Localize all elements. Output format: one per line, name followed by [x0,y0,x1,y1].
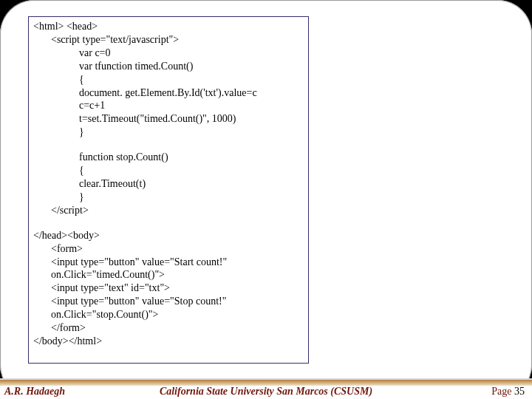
page-number: 35 [514,386,525,397]
code-line: on.Click="timed.Count()"> [33,268,304,282]
code-line: } [33,126,304,139]
code-box: <html> <head> <script type="text/javascr… [28,16,309,364]
code-line: on.Click="stop.Count()"> [33,308,304,321]
code-line: </script> [33,204,304,217]
page-label: Page [491,386,514,397]
code-line: t=set.Timeout("timed.Count()", 1000) [33,112,304,126]
code-line: </body></html> [33,335,304,348]
page-indicator: Page 35 [491,386,525,398]
code-line: </head><body> [33,229,304,242]
code-line: clear.Timeout(t) [33,177,304,191]
code-line: <form> [33,242,304,256]
university-name: California State University San Marcos (… [0,386,532,398]
code-line: <input type="text" id="txt"> [33,282,304,295]
code-line: <input type="button" value="Start count!… [33,256,304,269]
code-line: <html> <head> [33,20,304,33]
slide: <html> <head> <script type="text/javascr… [0,0,532,399]
code-line: <input type="button" value="Stop count!" [33,295,304,308]
code-line: } [33,191,304,204]
code-line: var tfunction timed.Count() [33,60,304,73]
code-line: document. get.Element.By.Id('txt').value… [33,86,304,100]
code-line: { [33,164,304,177]
code-line: c=c+1 [33,99,304,112]
code-line: <script type="text/javascript"> [33,33,304,47]
code-line: function stop.Count() [33,151,304,164]
code-line: { [33,73,304,86]
code-line: var c=0 [33,47,304,60]
code-line: </form> [33,321,304,335]
footer: A.R. Hadaegh California State University… [0,378,532,399]
